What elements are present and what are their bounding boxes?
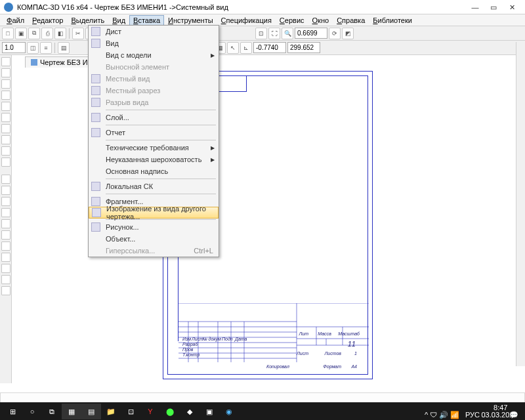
- tool-poly[interactable]: [1, 253, 10, 262]
- system-tray[interactable]: ^ 🛡 🔊 📶 РУС 8:47 03.03.2020 💬: [425, 404, 522, 419]
- menubar[interactable]: ФайлРедакторВыделитьВидВставкаИнструмент…: [0, 14, 525, 26]
- tool-ellipse[interactable]: [1, 219, 10, 228]
- ortho-button[interactable]: ⊾: [240, 42, 252, 54]
- start-button[interactable]: ⊞: [3, 404, 22, 419]
- menu-item: Разрыв вида: [89, 96, 219, 108]
- menu-item[interactable]: Основная надпись: [89, 165, 219, 177]
- cursor-button[interactable]: ↖: [227, 42, 239, 54]
- zoom-scale-input[interactable]: [295, 28, 327, 39]
- menu-item[interactable]: Вид с модели▶: [89, 49, 219, 61]
- zoom-fit-button[interactable]: ⛶: [268, 28, 280, 39]
- vertical-scrollbar[interactable]: [516, 42, 525, 366]
- menu-item[interactable]: Рисунок...: [89, 221, 219, 233]
- menu-выделить[interactable]: Выделить: [67, 15, 108, 26]
- tool-dimension[interactable]: [1, 68, 10, 77]
- stamp-field: Т.контр: [182, 352, 200, 357]
- menu-инструменты[interactable]: Инструменты: [164, 15, 217, 26]
- tool-line[interactable]: [1, 186, 10, 195]
- menu-item: Выносной элемент: [89, 61, 219, 73]
- menu-редактор[interactable]: Редактор: [28, 15, 67, 26]
- menu-библиотеки[interactable]: Библиотеки: [369, 15, 416, 26]
- menu-item[interactable]: Отчет: [89, 127, 219, 138]
- view-scale-input[interactable]: [2, 42, 26, 53]
- menu-справка[interactable]: Справка: [333, 15, 369, 26]
- tool-measure[interactable]: [1, 113, 10, 122]
- cut-button[interactable]: ✂: [72, 28, 84, 39]
- taskbar-app[interactable]: ▣: [200, 404, 219, 419]
- taskbar-app[interactable]: ◆: [180, 404, 200, 419]
- stamp-scale: 11: [348, 340, 356, 348]
- search-button[interactable]: ○: [22, 404, 42, 419]
- refresh-button[interactable]: ⟳: [329, 28, 341, 39]
- taskbar-app[interactable]: ⊡: [121, 404, 140, 419]
- zoom-window-button[interactable]: ⊡: [255, 28, 267, 39]
- menu-сервис[interactable]: Сервис: [276, 15, 308, 26]
- preview-button[interactable]: ◧: [54, 28, 66, 39]
- tool-arc[interactable]: [1, 208, 10, 217]
- menu-item[interactable]: Локальная СК: [89, 180, 219, 192]
- notification-button[interactable]: 💬: [509, 411, 518, 419]
- tool-hatch[interactable]: [1, 264, 10, 273]
- menu-item[interactable]: Дист: [89, 26, 219, 37]
- menu-вид[interactable]: Вид: [108, 15, 129, 26]
- maximize-button[interactable]: ▭: [484, 1, 503, 13]
- menu-окно[interactable]: Окно: [308, 15, 333, 26]
- tool-spec[interactable]: [1, 135, 10, 144]
- menu-item-icon: [91, 27, 100, 36]
- menu-item-icon: [91, 39, 100, 48]
- tool-rect[interactable]: [1, 242, 10, 251]
- tool-report[interactable]: [1, 146, 10, 156]
- stamp-field: Пров: [182, 347, 194, 352]
- print-button[interactable]: ⎙: [41, 28, 53, 39]
- workarea: Чертеж БЕЗ ИМЕНИ1: [0, 55, 525, 383]
- tool-select[interactable]: [1, 124, 10, 133]
- tool-table[interactable]: [1, 286, 10, 295]
- tool-param[interactable]: [1, 102, 10, 111]
- linetype-button[interactable]: ≡: [40, 42, 52, 54]
- stamp-field: Листов: [325, 351, 342, 356]
- menu-спецификация[interactable]: Спецификация: [217, 15, 276, 26]
- layer-button[interactable]: ◫: [27, 42, 39, 54]
- taskbar-app[interactable]: ◉: [219, 404, 239, 419]
- tool-symbol[interactable]: [1, 79, 10, 89]
- stamp-field: Разраб: [182, 342, 198, 346]
- tool-insert[interactable]: [1, 158, 10, 167]
- menu-файл[interactable]: Файл: [3, 15, 28, 26]
- taskview-button[interactable]: ⧉: [42, 404, 62, 419]
- option-button[interactable]: ◩: [342, 28, 354, 39]
- stamp-field: Масштаб: [338, 331, 360, 336]
- taskbar-app[interactable]: Y: [140, 404, 160, 419]
- menu-вставка[interactable]: Вставка: [129, 15, 164, 26]
- open-button[interactable]: ▣: [15, 28, 27, 39]
- menu-item[interactable]: Технические требования▶: [89, 142, 219, 154]
- minimize-button[interactable]: —: [466, 1, 484, 13]
- taskbar-app[interactable]: ▤: [81, 404, 101, 419]
- toolbar-secondary: ◫ ≡ ▤ ⌖ ▦ ↖ ⊾: [0, 41, 525, 55]
- taskbar-app[interactable]: ⬤: [160, 404, 180, 419]
- menu-item[interactable]: Слой...: [89, 112, 219, 123]
- tool-geometry[interactable]: [1, 57, 10, 66]
- menu-item-icon: [91, 197, 100, 206]
- menu-item[interactable]: Изображение из вида другого чертежа...: [89, 207, 219, 219]
- tool-circle[interactable]: [1, 197, 10, 206]
- coord-x-input[interactable]: [253, 42, 286, 53]
- menu-item[interactable]: Объект...: [89, 233, 219, 245]
- left-toolbox: [0, 55, 12, 383]
- stamp-field: Масса: [318, 331, 331, 336]
- menu-item[interactable]: Неуказанная шероховатость▶: [89, 154, 219, 165]
- tool-edit[interactable]: [1, 91, 10, 100]
- coord-y-input[interactable]: [287, 42, 320, 53]
- tool-spline[interactable]: [1, 230, 10, 240]
- taskbar-app[interactable]: 📁: [101, 404, 121, 419]
- save-button[interactable]: ⧉: [28, 28, 40, 39]
- zoom-in-button[interactable]: 🔍: [282, 28, 293, 39]
- menu-item[interactable]: Вид: [89, 37, 219, 49]
- taskbar-app[interactable]: ▦: [62, 404, 81, 419]
- close-button[interactable]: ✕: [503, 1, 521, 13]
- insert-menu-dropdown[interactable]: ДистВидВид с модели▶Выносной элементМест…: [88, 25, 219, 257]
- tool-text[interactable]: [1, 275, 10, 284]
- tray-lang[interactable]: РУС: [465, 411, 480, 419]
- new-button[interactable]: □: [2, 28, 14, 39]
- view-style-button[interactable]: ▤: [58, 42, 70, 54]
- tool-point[interactable]: [1, 175, 10, 184]
